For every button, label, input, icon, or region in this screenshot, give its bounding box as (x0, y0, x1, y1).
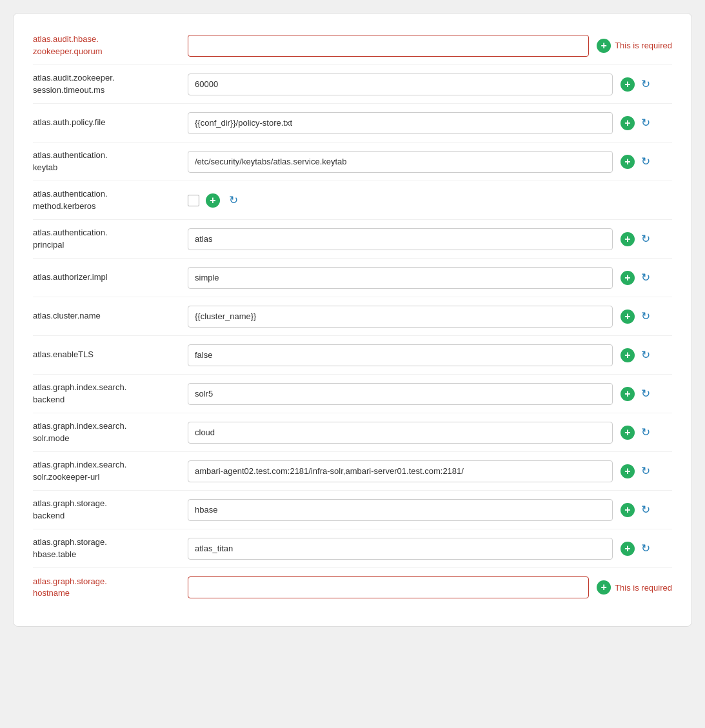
input-col-authentication-keytab (188, 151, 613, 173)
config-row-graph-index-search-solr-zookeeper: atlas.graph.index.search.solr.zookeeper-… (33, 452, 672, 491)
input-col-graph-storage-hbase-table (188, 538, 613, 560)
plus-button-auth-policy-file[interactable]: + (621, 116, 635, 130)
actions-col-auth-policy-file: +↻ (621, 116, 672, 130)
error-text-audit-hbase-zookeeper: This is required (615, 41, 672, 50)
label-audit-zookeeper-session: atlas.audit.zookeeper.session.timeout.ms (33, 72, 188, 95)
label-authentication-keytab: atlas.authentication.keytab (33, 150, 188, 173)
config-row-cluster-name: atlas.cluster.name+↻ (33, 297, 672, 336)
plus-button-graph-storage-hostname[interactable]: + (597, 580, 611, 595)
config-row-audit-hbase-zookeeper: atlas.audit.hbase.zookeeper.quorum+This … (33, 26, 672, 65)
input-col-enable-tls (188, 344, 613, 366)
plus-button-authentication-keytab[interactable]: + (621, 155, 635, 169)
refresh-button-enable-tls[interactable]: ↻ (639, 348, 653, 362)
input-col-authentication-method-kerberos: +↻ (188, 193, 672, 208)
input-col-graph-storage-hostname (188, 576, 589, 598)
plus-button-graph-index-search-solr-mode[interactable]: + (621, 426, 635, 440)
refresh-button-graph-storage-hbase-table[interactable]: ↻ (639, 542, 653, 556)
label-enable-tls: atlas.enableTLS (33, 349, 188, 360)
plus-button-graph-storage-hbase-table[interactable]: + (621, 542, 635, 556)
input-col-graph-index-search-solr-zookeeper (188, 460, 613, 482)
input-graph-storage-hbase-table[interactable] (188, 538, 613, 560)
plus-button-enable-tls[interactable]: + (621, 348, 635, 362)
refresh-button-audit-zookeeper-session[interactable]: ↻ (639, 77, 653, 92)
refresh-button-graph-index-search-solr-mode[interactable]: ↻ (639, 426, 653, 440)
plus-button-audit-hbase-zookeeper[interactable]: + (597, 39, 611, 53)
input-graph-index-search-backend[interactable] (188, 383, 613, 405)
plus-button-graph-index-search-solr-zookeeper[interactable]: + (621, 464, 635, 478)
config-row-authentication-method-kerberos: atlas.authentication.method.kerberos+↻ (33, 181, 672, 220)
refresh-button-authorizer-impl[interactable]: ↻ (639, 271, 653, 285)
input-authentication-principal[interactable] (188, 228, 613, 250)
input-auth-policy-file[interactable] (188, 112, 613, 134)
checkbox-authentication-method-kerberos[interactable] (188, 195, 199, 206)
actions-col-authorizer-impl: +↻ (621, 271, 672, 285)
refresh-button-auth-policy-file[interactable]: ↻ (639, 116, 653, 130)
label-authentication-principal: atlas.authentication.principal (33, 227, 188, 250)
input-audit-hbase-zookeeper[interactable] (188, 35, 589, 57)
label-graph-index-search-solr-mode: atlas.graph.index.search.solr.mode (33, 420, 188, 444)
config-row-enable-tls: atlas.enableTLS+↻ (33, 336, 672, 375)
label-graph-storage-backend: atlas.graph.storage.backend (33, 498, 188, 521)
plus-button-graph-storage-backend[interactable]: + (621, 503, 635, 517)
refresh-button-authentication-keytab[interactable]: ↻ (639, 155, 653, 169)
label-graph-storage-hostname: atlas.graph.storage.hostname (33, 576, 188, 599)
config-row-graph-storage-backend: atlas.graph.storage.backend+↻ (33, 491, 672, 529)
label-graph-index-search-backend: atlas.graph.index.search.backend (33, 382, 188, 405)
config-row-graph-index-search-solr-mode: atlas.graph.index.search.solr.mode+↻ (33, 413, 672, 452)
input-graph-index-search-solr-zookeeper[interactable] (188, 460, 613, 482)
label-authentication-method-kerberos: atlas.authentication.method.kerberos (33, 188, 188, 212)
actions-col-graph-storage-hostname: +This is required (597, 580, 672, 595)
input-audit-zookeeper-session[interactable] (188, 74, 613, 95)
input-col-graph-index-search-solr-mode (188, 422, 613, 444)
actions-col-graph-index-search-solr-mode: +↻ (621, 426, 672, 440)
config-row-authentication-keytab: atlas.authentication.keytab+↻ (33, 143, 672, 181)
input-col-audit-zookeeper-session (188, 74, 613, 95)
refresh-button-graph-storage-backend[interactable]: ↻ (639, 503, 653, 517)
plus-button-authentication-principal[interactable]: + (621, 232, 635, 246)
input-cluster-name[interactable] (188, 306, 613, 328)
actions-col-cluster-name: +↻ (621, 310, 672, 324)
plus-button-inline-authentication-method-kerberos[interactable]: + (206, 193, 220, 208)
label-audit-hbase-zookeeper: atlas.audit.hbase.zookeeper.quorum (33, 34, 188, 57)
refresh-button-inline-authentication-method-kerberos[interactable]: ↻ (226, 193, 241, 208)
plus-button-cluster-name[interactable]: + (621, 310, 635, 324)
actions-col-authentication-principal: +↻ (621, 232, 672, 246)
input-graph-storage-backend[interactable] (188, 499, 613, 521)
input-col-authorizer-impl (188, 267, 613, 289)
actions-col-graph-storage-backend: +↻ (621, 503, 672, 517)
plus-button-audit-zookeeper-session[interactable]: + (621, 77, 635, 92)
input-enable-tls[interactable] (188, 344, 613, 366)
refresh-button-authentication-principal[interactable]: ↻ (639, 232, 653, 246)
actions-col-graph-storage-hbase-table: +↻ (621, 542, 672, 556)
config-row-audit-zookeeper-session: atlas.audit.zookeeper.session.timeout.ms… (33, 65, 672, 104)
input-col-cluster-name (188, 306, 613, 328)
refresh-button-graph-index-search-backend[interactable]: ↻ (639, 387, 653, 401)
config-row-graph-storage-hbase-table: atlas.graph.storage.hbase.table+↻ (33, 529, 672, 568)
plus-button-graph-index-search-backend[interactable]: + (621, 387, 635, 401)
label-auth-policy-file: atlas.auth.policy.file (33, 117, 188, 128)
refresh-button-graph-index-search-solr-zookeeper[interactable]: ↻ (639, 464, 653, 478)
actions-col-authentication-keytab: +↻ (621, 155, 672, 169)
actions-col-graph-index-search-backend: +↻ (621, 387, 672, 401)
input-col-graph-storage-backend (188, 499, 613, 521)
input-col-auth-policy-file (188, 112, 613, 134)
config-row-auth-policy-file: atlas.auth.policy.file+↻ (33, 104, 672, 143)
label-authorizer-impl: atlas.authorizer.impl (33, 271, 188, 283)
actions-col-enable-tls: +↻ (621, 348, 672, 362)
config-container: atlas.audit.hbase.zookeeper.quorum+This … (13, 13, 692, 627)
input-authentication-keytab[interactable] (188, 151, 613, 173)
config-row-authorizer-impl: atlas.authorizer.impl+↻ (33, 259, 672, 297)
refresh-button-cluster-name[interactable]: ↻ (639, 310, 653, 324)
actions-col-audit-hbase-zookeeper: +This is required (597, 39, 672, 53)
input-authorizer-impl[interactable] (188, 267, 613, 289)
input-graph-storage-hostname[interactable] (188, 576, 589, 598)
label-graph-storage-hbase-table: atlas.graph.storage.hbase.table (33, 536, 188, 560)
label-graph-index-search-solr-zookeeper: atlas.graph.index.search.solr.zookeeper-… (33, 459, 188, 482)
config-row-graph-index-search-backend: atlas.graph.index.search.backend+↻ (33, 375, 672, 413)
label-cluster-name: atlas.cluster.name (33, 310, 188, 322)
config-row-graph-storage-hostname: atlas.graph.storage.hostname+This is req… (33, 568, 672, 607)
plus-button-authorizer-impl[interactable]: + (621, 271, 635, 285)
input-col-graph-index-search-backend (188, 383, 613, 405)
input-graph-index-search-solr-mode[interactable] (188, 422, 613, 444)
input-col-audit-hbase-zookeeper (188, 35, 589, 57)
